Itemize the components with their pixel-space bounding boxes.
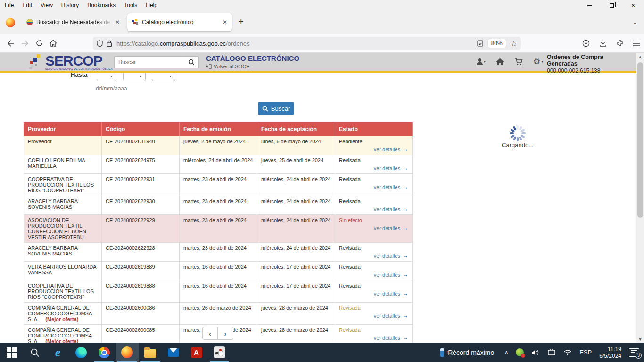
minimize-button[interactable] xyxy=(579,0,601,10)
scroll-up-arrow[interactable]: ▲ xyxy=(636,53,644,60)
clock[interactable]: 11:19 6/5/2024 xyxy=(599,346,621,359)
ver-detalles-link[interactable]: ver detalles→ xyxy=(374,225,408,231)
cell-proveedor: Proveedor xyxy=(24,136,102,155)
menu-view[interactable]: View xyxy=(41,2,53,8)
home-icon[interactable] xyxy=(46,36,60,50)
menu-help[interactable]: Help xyxy=(146,2,157,8)
home-icon[interactable] xyxy=(496,58,504,65)
back-icon[interactable] xyxy=(4,36,18,50)
next-page-button[interactable]: › xyxy=(218,327,233,340)
volver-al-soce-link[interactable]: Volver al SOCE xyxy=(206,64,299,69)
tab-buscador-necesidades[interactable]: Buscador de Necesidades de Co ✕ xyxy=(22,13,124,31)
ver-detalles-link[interactable]: ver detalles→ xyxy=(374,291,408,296)
cell-fecha-emision: martes, 23 de abril de 2024 xyxy=(180,196,257,215)
taskbar-search-button[interactable] xyxy=(23,343,46,362)
tab-close-icon[interactable]: ✕ xyxy=(223,19,227,25)
estado-value: Revisada xyxy=(339,157,408,163)
thermometer-icon xyxy=(440,348,444,357)
bookmark-star-icon[interactable]: ☆ xyxy=(511,39,517,48)
cell-proveedor: COMPAÑIA GENERAL DE COMERCIO COGECOMSA S… xyxy=(24,303,102,325)
arrow-right-icon: → xyxy=(402,166,408,171)
cart-icon[interactable] xyxy=(514,58,523,66)
ver-detalles-link[interactable]: ver detalles→ xyxy=(374,147,408,152)
url-bar[interactable]: https://catalogo.compraspublicas.gob.ec/… xyxy=(93,37,521,50)
volume-icon[interactable] xyxy=(531,349,540,356)
reload-icon[interactable] xyxy=(32,36,46,50)
buscar-button[interactable]: Buscar xyxy=(258,102,294,115)
firefox-icon xyxy=(6,18,15,27)
desktop-screen: File Edit View History Bookmarks Tools H… xyxy=(0,0,644,362)
language-indicator[interactable]: ESP xyxy=(579,349,592,356)
cell-fecha-emision: miércoles, 24 de abril de 2024 xyxy=(180,155,257,174)
exit-arrow-icon xyxy=(206,64,212,69)
header-search-input[interactable] xyxy=(114,56,184,68)
display-icon[interactable] xyxy=(547,349,556,356)
scrollbar-thumb[interactable] xyxy=(637,62,643,218)
firefox-taskbar-icon[interactable] xyxy=(116,343,139,362)
weather-widget[interactable]: Récord máximo xyxy=(440,348,494,357)
tab-catalogo-electronico[interactable]: Catálogo electrónico ✕ xyxy=(127,13,232,31)
app-menu-icon[interactable] xyxy=(633,41,640,46)
forward-icon[interactable] xyxy=(18,36,32,50)
reader-view-icon[interactable] xyxy=(477,40,483,47)
ver-detalles-link[interactable]: ver detalles→ xyxy=(374,165,408,171)
page-content: Hasta ⌄ ⌄ ⌄ dd/mm/aaaa Buscar Proveedor … xyxy=(0,53,636,343)
internet-explorer-icon[interactable]: e xyxy=(46,343,69,362)
orders-generated-number: 000.000.002.615.138 xyxy=(547,67,634,74)
estado-value: Revisada xyxy=(339,327,408,333)
file-explorer-icon[interactable] xyxy=(139,343,162,362)
mail-icon[interactable] xyxy=(162,343,185,362)
edge-icon[interactable] xyxy=(69,343,92,362)
menu-file[interactable]: File xyxy=(5,2,14,8)
cell-codigo: CE-20240002600086 xyxy=(102,303,180,325)
downloads-icon[interactable] xyxy=(599,40,607,47)
loading-spinner xyxy=(509,125,526,142)
settings-menu[interactable]: ⚙▾ xyxy=(533,58,543,66)
browser-menubar: File Edit View History Bookmarks Tools H… xyxy=(0,2,157,8)
cell-fecha-emision: martes, 26 de marzo de 2024 xyxy=(180,303,257,325)
chrome-icon[interactable] xyxy=(92,343,116,362)
notifications-icon[interactable]: 3 xyxy=(629,348,639,357)
ver-detalles-link[interactable]: ver detalles→ xyxy=(374,184,408,190)
order-row: COOPERATIVA DE PRODUCCIÓN TEXTIL LOS RÍO… xyxy=(24,174,413,196)
tray-expand-chevron-icon[interactable]: ∧ xyxy=(504,349,508,355)
previous-page-button[interactable]: ‹ xyxy=(202,327,218,340)
lock-icon[interactable] xyxy=(107,40,112,47)
search-icon xyxy=(30,348,40,357)
antivirus-icon[interactable] xyxy=(516,348,524,356)
pocket-icon[interactable] xyxy=(582,40,590,47)
new-tab-button[interactable]: + xyxy=(239,17,244,27)
acrobat-icon[interactable]: A xyxy=(185,343,208,362)
zoom-level-badge[interactable]: 80% xyxy=(488,39,506,48)
close-button[interactable]: ✕ xyxy=(622,0,644,10)
extensions-icon[interactable] xyxy=(616,40,624,47)
menu-tools[interactable]: Tools xyxy=(124,2,137,8)
java-app-icon[interactable] xyxy=(208,343,231,362)
menu-history[interactable]: History xyxy=(61,2,79,8)
ver-detalles-link[interactable]: ver detalles→ xyxy=(374,335,408,341)
start-button[interactable] xyxy=(0,343,23,362)
windows-logo-icon xyxy=(7,347,17,358)
shield-icon[interactable] xyxy=(97,40,103,47)
url-path: /ordenes xyxy=(226,40,250,47)
restore-button[interactable] xyxy=(601,0,622,10)
tab-close-icon[interactable]: ✕ xyxy=(115,19,120,25)
arrow-right-icon: → xyxy=(402,226,408,230)
user-menu[interactable]: ▾ xyxy=(476,58,486,65)
tab-list-chevron-icon[interactable]: ⌄ xyxy=(633,19,637,25)
sercop-logo[interactable]: SERCOP SERVICIO NACIONAL DE CONTRATACIÓN… xyxy=(29,54,113,70)
ver-detalles-link[interactable]: ver detalles→ xyxy=(374,313,408,319)
wifi-icon[interactable] xyxy=(563,349,572,356)
scroll-down-arrow[interactable]: ▼ xyxy=(636,335,644,343)
cell-proveedor: VERA BARRIOS LEONARDA VANESSA xyxy=(24,262,102,280)
menu-edit[interactable]: Edit xyxy=(22,2,32,8)
cell-codigo: CE-20240002619888 xyxy=(102,280,180,303)
cell-estado: Revisadaver detalles→ xyxy=(335,155,413,174)
vertical-scrollbar[interactable]: ▲ ▼ xyxy=(636,53,644,343)
header-search-button[interactable] xyxy=(184,56,199,68)
menu-bookmarks[interactable]: Bookmarks xyxy=(87,2,116,8)
ver-detalles-link[interactable]: ver detalles→ xyxy=(374,272,408,278)
ver-detalles-link[interactable]: ver detalles→ xyxy=(374,253,408,259)
estado-value: Revisada xyxy=(339,264,408,270)
ver-detalles-link[interactable]: ver detalles→ xyxy=(374,206,408,212)
